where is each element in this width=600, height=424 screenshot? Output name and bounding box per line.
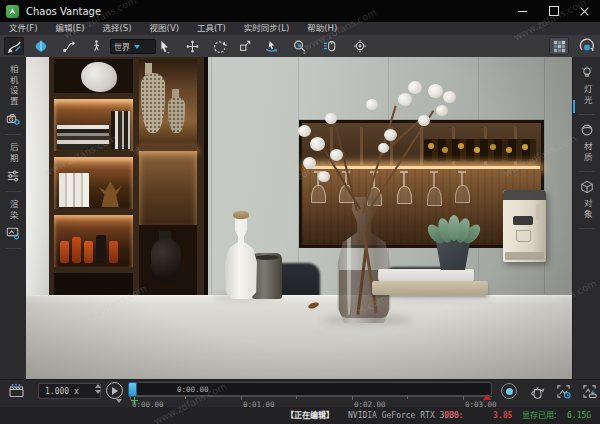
record-dot-icon bbox=[506, 388, 513, 395]
mouse-icon bbox=[322, 39, 337, 53]
menu-help[interactable]: 帮助(H) bbox=[298, 22, 346, 35]
snapshot-clock-icon bbox=[555, 384, 572, 399]
rotate-tool-button[interactable] bbox=[209, 37, 229, 55]
status-memory-label: 显存已用: bbox=[522, 407, 557, 424]
menu-edit[interactable]: 编辑(E) bbox=[47, 22, 94, 35]
teapot-icon bbox=[529, 384, 546, 399]
select-tool-button[interactable] bbox=[154, 37, 174, 55]
rotate-icon bbox=[212, 39, 227, 54]
maximize-icon bbox=[549, 6, 559, 16]
record-button[interactable] bbox=[501, 383, 517, 399]
motion-path-icon bbox=[63, 39, 77, 53]
mouse-speed-button[interactable] bbox=[319, 37, 339, 55]
left-panel: 相机设置 后期 渲染 bbox=[0, 57, 27, 379]
lens-zoom-icon bbox=[292, 39, 307, 54]
tab-post-processing[interactable]: 后期 bbox=[0, 135, 26, 191]
material-sphere-icon bbox=[580, 123, 594, 137]
close-icon bbox=[580, 6, 590, 16]
tab-materials[interactable]: 材质 bbox=[573, 115, 600, 171]
material-grid-icon bbox=[553, 40, 566, 53]
succulent bbox=[426, 215, 482, 245]
focus-target-button[interactable] bbox=[350, 37, 370, 55]
tab-camera-settings-label: 相机设置 bbox=[9, 65, 18, 107]
tab-lights-label: 灯光 bbox=[583, 85, 592, 106]
cursor-icon bbox=[157, 39, 171, 54]
menu-select[interactable]: 选择(S) bbox=[94, 22, 141, 35]
maximize-button[interactable] bbox=[538, 0, 569, 22]
status-bar: 【正在编辑】 NVIDIA GeForce RTX 3080 FPS: 3.85… bbox=[0, 407, 600, 424]
world-axis-value: 世界 bbox=[114, 41, 130, 52]
toolbar: 世界 bbox=[0, 35, 600, 58]
reset-orbit-button[interactable] bbox=[577, 37, 597, 55]
leaf-icon bbox=[34, 39, 48, 53]
timeline-ruler: 0:00.00 0:01.00 0:02.00 0:03.00 bbox=[130, 396, 492, 397]
spline-tool-button[interactable] bbox=[4, 37, 24, 55]
right-panel: 灯光 材质 对象 bbox=[572, 57, 600, 379]
tab-render[interactable]: 渲染 bbox=[0, 192, 26, 248]
move-icon bbox=[185, 39, 200, 54]
status-fps-value: 3.85 bbox=[493, 407, 512, 424]
menu-tools[interactable]: 工具(T) bbox=[188, 22, 235, 35]
camera-settings-icon bbox=[6, 112, 20, 126]
animation-clapper-button[interactable] bbox=[6, 382, 26, 400]
status-gpu: NVIDIA GeForce RTX 3080 bbox=[348, 407, 459, 424]
timeline-bar: 1.000 x 0:00.00 0:00.00 0:01.00 0:02.00 … bbox=[0, 379, 600, 408]
tab-objects-label: 对象 bbox=[583, 199, 592, 220]
minimize-button[interactable] bbox=[507, 0, 538, 22]
window-title: Chaos Vantage bbox=[26, 6, 101, 17]
divider bbox=[5, 248, 21, 249]
book bbox=[378, 269, 474, 281]
timeline-playhead[interactable] bbox=[128, 382, 137, 397]
bottle-cap bbox=[233, 211, 249, 219]
focus-target-icon bbox=[353, 39, 367, 53]
reset-orbit-icon bbox=[579, 38, 595, 54]
book bbox=[372, 281, 488, 295]
post-sliders-icon bbox=[6, 169, 20, 183]
move-tool-button[interactable] bbox=[182, 37, 202, 55]
play-button[interactable] bbox=[106, 382, 123, 399]
snapshot-save-icon bbox=[581, 384, 598, 399]
vray-scene-button[interactable] bbox=[31, 37, 51, 55]
minimize-icon bbox=[518, 11, 527, 12]
cotton-puff bbox=[298, 125, 311, 137]
tab-camera-settings[interactable]: 相机设置 bbox=[0, 57, 26, 134]
play-options-chevron[interactable] bbox=[116, 399, 122, 403]
scale-icon bbox=[238, 39, 252, 53]
title-bar: Chaos Vantage bbox=[0, 0, 600, 22]
playback-speed-value: 1.000 x bbox=[45, 387, 79, 396]
status-mode: 【正在编辑】 bbox=[286, 407, 334, 424]
menu-file[interactable]: 文件(F) bbox=[0, 22, 47, 35]
orbit-camera-button[interactable] bbox=[261, 37, 281, 55]
material-grid-button[interactable] bbox=[549, 37, 569, 55]
timeline-track[interactable]: 0:00.00 bbox=[130, 382, 492, 396]
tab-render-label: 渲染 bbox=[9, 200, 18, 221]
tab-post-label: 后期 bbox=[9, 143, 18, 164]
zoom-lens-button[interactable] bbox=[289, 37, 309, 55]
chevron-down-icon bbox=[134, 45, 140, 49]
speed-spinner[interactable] bbox=[95, 384, 101, 394]
menu-livesync[interactable]: 实时同步(L) bbox=[235, 22, 298, 35]
light-bulb-icon bbox=[580, 65, 594, 80]
bookshelf bbox=[49, 57, 208, 297]
render-button[interactable] bbox=[527, 382, 547, 400]
tab-lights[interactable]: 灯光 bbox=[573, 57, 600, 114]
tab-objects[interactable]: 对象 bbox=[573, 172, 600, 228]
divider bbox=[579, 228, 595, 229]
app-window: Chaos Vantage 文件(F) 编辑(E) 选择(S) 视图(V) 工具… bbox=[0, 0, 600, 424]
viewport[interactable] bbox=[26, 57, 572, 379]
walk-mode-button[interactable] bbox=[86, 37, 106, 55]
close-button[interactable] bbox=[569, 0, 600, 22]
panel-accent-bar bbox=[573, 100, 575, 113]
scale-tool-button[interactable] bbox=[235, 37, 255, 55]
orbit-cursor-icon bbox=[264, 39, 279, 54]
table bbox=[26, 295, 572, 379]
app-logo-icon bbox=[6, 5, 19, 18]
menu-view[interactable]: 视图(V) bbox=[141, 22, 188, 35]
motion-path-button[interactable] bbox=[60, 37, 80, 55]
object-cube-icon bbox=[580, 180, 594, 194]
playback-speed-input[interactable]: 1.000 x bbox=[38, 383, 101, 399]
play-icon bbox=[112, 387, 118, 395]
world-axis-select[interactable]: 世界 bbox=[110, 39, 156, 54]
snapshot-button[interactable] bbox=[553, 382, 573, 400]
render-sequence-button[interactable] bbox=[579, 382, 599, 400]
